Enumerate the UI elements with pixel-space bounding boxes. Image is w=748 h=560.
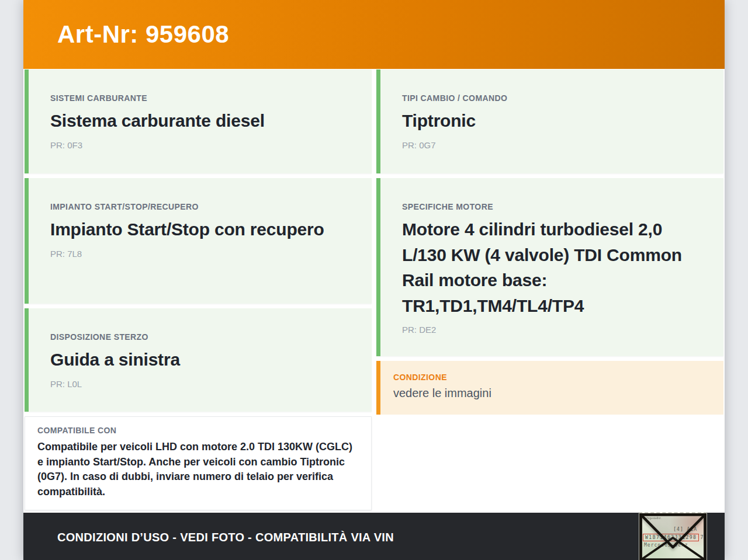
card-label: IMPIANTO START/STOP/RECUPERO — [50, 202, 354, 211]
vin-document-stamp: Fahrgestellnr. [4] A1A W1B71463J31298 7 … — [639, 512, 707, 560]
card-heading: Sistema carburante diesel — [50, 108, 345, 134]
right-column: TIPI CAMBIO / COMANDO Tiptronic PR: 0G7 … — [376, 69, 723, 510]
spec-cards-area: SISTEMI CARBURANTE Sistema carburante di… — [23, 69, 725, 513]
pr-code: PR: 0F3 — [50, 140, 354, 150]
card-label: TIPI CAMBIO / COMANDO — [402, 93, 706, 103]
card-fuel-system: SISTEMI CARBURANTE Sistema carburante di… — [25, 69, 372, 173]
card-start-stop: IMPIANTO START/STOP/RECUPERO Impianto St… — [25, 178, 372, 304]
card-label: SPECIFICHE MOTORE — [402, 202, 706, 211]
listing-page: Art-Nr: 959608 SISTEMI CARBURANTE Sistem… — [23, 0, 725, 560]
footer-bar: CONDIZIONI D’USO - VEDI FOTO - COMPATIBI… — [23, 513, 725, 560]
card-label: DISPOSIZIONE STERZO — [50, 332, 354, 342]
left-column: SISTEMI CARBURANTE Sistema carburante di… — [25, 69, 372, 510]
card-label: SISTEMI CARBURANTE — [50, 93, 354, 103]
envelope-icon — [639, 513, 707, 560]
page-header: Art-Nr: 959608 — [23, 0, 725, 69]
condition-text: vedere le immagini — [393, 387, 709, 400]
compatibility-label: COMPATIBILE CON — [37, 426, 358, 435]
footer-conditions-text: CONDIZIONI D’USO - VEDI FOTO - COMPATIBI… — [57, 531, 394, 544]
card-condition: CONDIZIONE vedere le immagini — [376, 361, 723, 415]
condition-label: CONDIZIONE — [393, 373, 709, 382]
card-steering: DISPOSIZIONE STERZO Guida a sinistra PR:… — [25, 308, 372, 412]
pr-code: PR: DE2 — [402, 325, 706, 335]
compatibility-text: Compatibile per veicoli LHD con motore 2… — [37, 440, 356, 499]
article-number-title: Art-Nr: 959608 — [57, 20, 229, 48]
card-heading: Tiptronic — [402, 108, 697, 134]
card-heading: Guida a sinistra — [50, 347, 345, 373]
card-heading: Motore 4 cilindri turbodiesel 2,0 L/130 … — [402, 217, 697, 318]
pr-code: PR: 7L8 — [50, 249, 354, 259]
card-heading: Impianto Start/Stop con recupero — [50, 217, 345, 242]
card-gearbox: TIPI CAMBIO / COMANDO Tiptronic PR: 0G7 — [376, 69, 723, 173]
pr-code: PR: L0L — [50, 379, 354, 389]
card-engine-specs: SPECIFICHE MOTORE Motore 4 cilindri turb… — [376, 178, 723, 356]
pr-code: PR: 0G7 — [402, 140, 706, 150]
card-compatibility: COMPATIBILE CON Compatibile per veicoli … — [25, 416, 372, 510]
